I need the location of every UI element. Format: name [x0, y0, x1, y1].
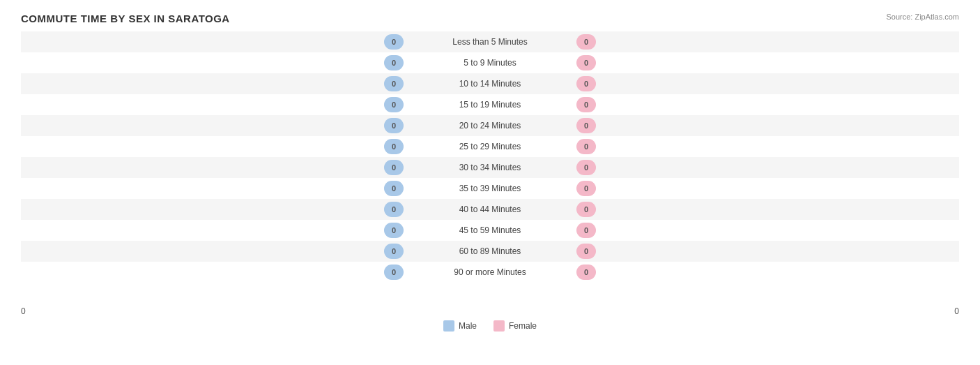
- female-bar: 0: [576, 55, 596, 70]
- bar-left-area: 0: [21, 157, 406, 178]
- axis-right-label: 0: [938, 306, 959, 316]
- chart-row: 0 5 to 9 Minutes 0: [21, 52, 959, 73]
- male-bar: 0: [384, 244, 404, 259]
- legend-female-label: Female: [509, 321, 537, 331]
- chart-row: 0 35 to 39 Minutes 0: [21, 178, 959, 199]
- bar-right-area: 0: [574, 178, 959, 199]
- female-bar: 0: [576, 97, 596, 112]
- legend-male: Male: [443, 320, 477, 332]
- row-label: 60 to 89 Minutes: [406, 246, 574, 256]
- axis-area: 0 0: [21, 306, 959, 316]
- bar-right-area: 0: [574, 94, 959, 115]
- male-bar: 0: [384, 160, 404, 175]
- row-label: 25 to 29 Minutes: [406, 142, 574, 151]
- row-label: 45 to 59 Minutes: [406, 225, 574, 235]
- row-label: 35 to 39 Minutes: [406, 184, 574, 193]
- legend-male-label: Male: [459, 321, 477, 331]
- male-bar: 0: [384, 202, 404, 217]
- chart-row: 0 40 to 44 Minutes 0: [21, 199, 959, 220]
- bar-left-area: 0: [21, 31, 406, 52]
- male-bar: 0: [384, 265, 404, 280]
- male-bar: 0: [384, 181, 404, 196]
- row-label: Less than 5 Minutes: [406, 37, 574, 47]
- bar-right-area: 0: [574, 73, 959, 94]
- chart-row: 0 60 to 89 Minutes 0: [21, 241, 959, 262]
- female-bar: 0: [576, 202, 596, 217]
- chart-row: 0 15 to 19 Minutes 0: [21, 94, 959, 115]
- male-bar: 0: [384, 139, 404, 154]
- bar-right-area: 0: [574, 157, 959, 178]
- row-label: 30 to 34 Minutes: [406, 163, 574, 172]
- bar-right-area: 0: [574, 262, 959, 283]
- row-label: 5 to 9 Minutes: [406, 58, 574, 68]
- female-bar: 0: [576, 181, 596, 196]
- female-bar: 0: [576, 76, 596, 91]
- bar-right-area: 0: [574, 241, 959, 262]
- female-bar: 0: [576, 160, 596, 175]
- male-bar: 0: [384, 76, 404, 91]
- legend-male-box: [443, 320, 454, 332]
- axis-left-label: 0: [21, 306, 42, 316]
- bar-left-area: 0: [21, 262, 406, 283]
- chart-row: 0 90 or more Minutes 0: [21, 262, 959, 283]
- row-label: 10 to 14 Minutes: [406, 79, 574, 89]
- bar-left-area: 0: [21, 220, 406, 241]
- bar-right-area: 0: [574, 31, 959, 52]
- chart-title: COMMUTE TIME BY SEX IN SARATOGA: [21, 13, 959, 24]
- female-bar: 0: [576, 265, 596, 280]
- chart-row: 0 10 to 14 Minutes 0: [21, 73, 959, 94]
- bar-left-area: 0: [21, 178, 406, 199]
- bar-right-area: 0: [574, 52, 959, 73]
- bar-left-area: 0: [21, 115, 406, 136]
- chart-area: 0 Less than 5 Minutes 0 0 5 to 9 Minutes…: [21, 31, 959, 304]
- female-bar: 0: [576, 118, 596, 133]
- male-bar: 0: [384, 223, 404, 238]
- female-bar: 0: [576, 244, 596, 259]
- chart-row: 0 Less than 5 Minutes 0: [21, 31, 959, 52]
- chart-row: 0 25 to 29 Minutes 0: [21, 136, 959, 157]
- bar-right-area: 0: [574, 136, 959, 157]
- row-label: 20 to 24 Minutes: [406, 121, 574, 131]
- male-bar: 0: [384, 55, 404, 70]
- bar-left-area: 0: [21, 241, 406, 262]
- female-bar: 0: [576, 139, 596, 154]
- bar-left-area: 0: [21, 199, 406, 220]
- chart-container: COMMUTE TIME BY SEX IN SARATOGA Source: …: [0, 0, 980, 365]
- bar-right-area: 0: [574, 115, 959, 136]
- bar-left-area: 0: [21, 52, 406, 73]
- bar-right-area: 0: [574, 199, 959, 220]
- female-bar: 0: [576, 223, 596, 238]
- male-bar: 0: [384, 34, 404, 50]
- source-label: Source: ZipAtlas.com: [886, 13, 959, 21]
- male-bar: 0: [384, 97, 404, 112]
- male-bar: 0: [384, 118, 404, 133]
- legend-area: Male Female: [21, 320, 959, 332]
- bar-left-area: 0: [21, 94, 406, 115]
- female-bar: 0: [576, 34, 596, 50]
- row-label: 40 to 44 Minutes: [406, 204, 574, 214]
- bar-left-area: 0: [21, 73, 406, 94]
- row-label: 90 or more Minutes: [406, 267, 574, 277]
- chart-row: 0 45 to 59 Minutes 0: [21, 220, 959, 241]
- legend-female: Female: [493, 320, 537, 332]
- bar-right-area: 0: [574, 220, 959, 241]
- legend-female-box: [493, 320, 505, 332]
- bar-left-area: 0: [21, 136, 406, 157]
- row-label: 15 to 19 Minutes: [406, 100, 574, 110]
- chart-row: 0 30 to 34 Minutes 0: [21, 157, 959, 178]
- chart-row: 0 20 to 24 Minutes 0: [21, 115, 959, 136]
